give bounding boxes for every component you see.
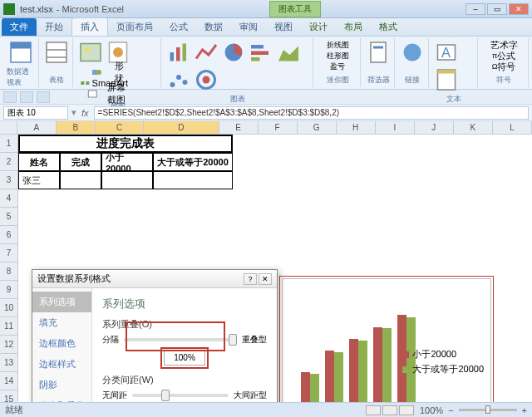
zoom-level[interactable]: 100%: [420, 405, 443, 415]
col-K[interactable]: K: [454, 121, 493, 134]
sparkline-wl-icon[interactable]: 盈亏: [318, 61, 357, 71]
sparkline-line-icon[interactable]: 折线图: [318, 40, 357, 50]
gap-slider[interactable]: [132, 394, 229, 397]
col-H[interactable]: H: [337, 121, 376, 134]
tab-insert[interactable]: 插入: [71, 17, 108, 36]
slicer-icon[interactable]: [366, 40, 391, 65]
row-11[interactable]: 11: [0, 317, 17, 336]
hdr-name[interactable]: 姓名: [18, 153, 60, 171]
headerfooter-icon[interactable]: [434, 67, 459, 92]
row-4[interactable]: 4: [0, 189, 17, 208]
nav-series-options[interactable]: 系列选项: [32, 292, 91, 312]
hdr-gte[interactable]: 大于或等于20000: [153, 153, 233, 171]
picture-icon[interactable]: [78, 40, 103, 65]
row-8[interactable]: 8: [0, 262, 17, 281]
wordart-icon[interactable]: 艺术字: [483, 40, 525, 50]
undo-button[interactable]: [20, 91, 33, 103]
tab-format[interactable]: 格式: [371, 18, 406, 36]
row-12[interactable]: 12: [0, 336, 17, 354]
dialog-close-button[interactable]: ✕: [259, 273, 272, 285]
chart-tools-tab: 图表工具: [269, 1, 321, 17]
equation-icon[interactable]: π 公式: [483, 51, 525, 61]
col-F[interactable]: F: [259, 121, 298, 134]
row-3[interactable]: 3: [0, 171, 17, 189]
area-chart-icon[interactable]: [276, 40, 301, 65]
symbol-icon[interactable]: Ω 符号: [483, 61, 525, 71]
row-1[interactable]: 1: [0, 135, 17, 153]
row-10[interactable]: 10: [0, 299, 17, 317]
chart-legend[interactable]: 小于20000 大于或等于20000: [402, 346, 484, 378]
normal-view-button[interactable]: [366, 405, 381, 415]
sparkline-col-icon[interactable]: 柱形图: [318, 51, 357, 61]
pagelayout-view-button[interactable]: [382, 405, 397, 415]
svg-point-29: [404, 44, 421, 61]
row-5[interactable]: 5: [0, 208, 17, 226]
col-C[interactable]: C: [96, 121, 144, 134]
row-7[interactable]: 7: [0, 244, 17, 262]
tab-review[interactable]: 审阅: [231, 18, 266, 36]
hdr-lt[interactable]: 小于20000: [101, 153, 153, 171]
cell-a3[interactable]: 张三: [18, 171, 60, 189]
nav-shadow[interactable]: 阴影: [32, 375, 91, 395]
save-button[interactable]: [3, 91, 17, 103]
tab-data[interactable]: 数据: [196, 18, 231, 36]
tab-home[interactable]: 开始: [37, 18, 71, 36]
col-D[interactable]: D: [144, 121, 219, 134]
row-9[interactable]: 9: [0, 281, 17, 299]
zoom-slider[interactable]: [459, 409, 517, 411]
col-G[interactable]: G: [298, 121, 337, 134]
hyperlink-icon[interactable]: [400, 40, 425, 65]
svg-rect-13: [88, 91, 96, 97]
minimize-button[interactable]: –: [466, 3, 485, 15]
fx-icon[interactable]: fx: [81, 108, 89, 118]
redo-button[interactable]: [37, 91, 50, 103]
tab-chartlayout[interactable]: 布局: [336, 18, 371, 36]
nav-border-color[interactable]: 边框颜色: [32, 333, 91, 354]
svg-rect-14: [170, 52, 175, 61]
tab-file[interactable]: 文件: [2, 18, 37, 36]
row-2[interactable]: 2: [0, 153, 17, 171]
close-button[interactable]: ✕: [509, 3, 529, 15]
row-13[interactable]: 13: [0, 354, 17, 372]
maximize-button[interactable]: ▭: [487, 3, 507, 15]
hdr-done[interactable]: 完成: [60, 153, 101, 171]
line-chart-icon[interactable]: [194, 40, 219, 65]
column-chart-icon[interactable]: [166, 40, 191, 65]
row-6[interactable]: 6: [0, 226, 17, 244]
overlap-value[interactable]: 100%: [164, 351, 205, 365]
nav-fill[interactable]: 填充: [32, 312, 91, 333]
table-icon[interactable]: [44, 40, 69, 65]
section-title: 系列选项: [102, 297, 267, 312]
chart-object[interactable]: 李四王二赵五牛六陈七 小于20000 大于或等于20000: [279, 276, 494, 417]
tab-formulas[interactable]: 公式: [161, 18, 196, 36]
zoom-out-button[interactable]: −: [448, 405, 453, 415]
other-chart-icon[interactable]: [194, 67, 219, 92]
formula-bar[interactable]: =SERIES(Sheet2!$D$2,Sheet2!$A$3:$A$8,She…: [94, 106, 529, 120]
tab-design[interactable]: 设计: [301, 18, 336, 36]
svg-rect-2: [47, 42, 66, 62]
pivot-icon[interactable]: [8, 40, 33, 65]
dialog-help-button[interactable]: ?: [244, 273, 257, 285]
scatter-chart-icon[interactable]: [166, 67, 191, 92]
col-A[interactable]: A: [17, 121, 57, 134]
zoom-in-button[interactable]: +: [522, 405, 527, 415]
select-all[interactable]: [0, 121, 17, 134]
col-J[interactable]: J: [415, 121, 454, 134]
col-E[interactable]: E: [219, 121, 259, 134]
bar-chart-icon[interactable]: [249, 40, 273, 65]
col-I[interactable]: I: [376, 121, 415, 134]
pagebreak-view-button[interactable]: [399, 405, 414, 415]
textbox-icon[interactable]: A: [434, 40, 459, 65]
tab-view[interactable]: 视图: [266, 18, 301, 36]
shapes-icon[interactable]: 形状: [78, 67, 128, 77]
col-B[interactable]: B: [57, 121, 96, 134]
tab-layout[interactable]: 页面布局: [108, 18, 161, 36]
svg-point-26: [203, 76, 210, 84]
col-L[interactable]: L: [493, 121, 532, 134]
row-14[interactable]: 14: [0, 372, 17, 390]
pie-chart-icon[interactable]: [221, 40, 246, 65]
svg-marker-21: [278, 47, 298, 61]
nav-border-style[interactable]: 边框样式: [32, 354, 91, 375]
name-box[interactable]: 图表 10: [3, 106, 68, 120]
screenshot-icon[interactable]: 屏幕截图: [78, 89, 128, 99]
